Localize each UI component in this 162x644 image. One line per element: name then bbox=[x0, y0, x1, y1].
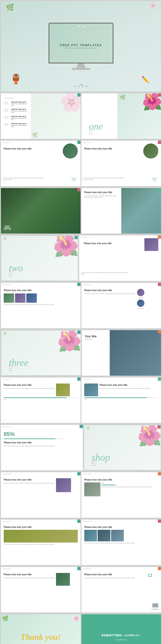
your-title-slide: Your title Over here bbox=[82, 330, 161, 376]
corner-accent-15 bbox=[77, 472, 81, 476]
img-multi-3 bbox=[111, 530, 124, 542]
teal-rect-deco bbox=[148, 574, 152, 577]
agenda-num-3: 03 bbox=[4, 116, 9, 120]
triangle-deco-2 bbox=[151, 178, 158, 183]
agenda-title-4: Add the title here bbox=[11, 122, 27, 125]
please-yellow-1: SECTION 03 Please lose into your title L… bbox=[1, 378, 81, 423]
please-photo-slide-1: Please lose into your title Lorem ipsum … bbox=[81, 188, 161, 234]
img-block-3 bbox=[26, 294, 37, 303]
arrow-deco-3: → bbox=[82, 276, 84, 278]
progress-fill-3 bbox=[4, 438, 56, 439]
please-text-9: Lorem ipsum dolor sit amet, consectetur … bbox=[4, 482, 55, 484]
watermark: 华 鸟 图 库 bbox=[74, 85, 89, 88]
progress-fill-1 bbox=[4, 397, 67, 398]
percent-big: 85% bbox=[4, 431, 80, 438]
progress-bar-2 bbox=[84, 397, 158, 398]
one-slide: 🌺 🌿 one Enter the title bbox=[81, 93, 161, 139]
please-text-7: Lorem ipsum dolor sit amet, consectetur … bbox=[99, 388, 151, 389]
footer-ad-panel[interactable]: 更多精品PPT资源在→suca999.com！ suca999.com bbox=[81, 614, 161, 644]
circle-img-2 bbox=[137, 300, 144, 307]
please-text-1: Lorem ipsum dolor sit amet, consectetur … bbox=[3, 177, 47, 180]
corner-accent bbox=[77, 93, 81, 96]
arrow-deco-2: → bbox=[84, 181, 86, 184]
corner-accent-5 bbox=[75, 236, 78, 239]
agenda-title-2: Add the title here bbox=[11, 108, 27, 110]
corner-accent-8 bbox=[158, 283, 161, 286]
photo-triangle-1 bbox=[4, 226, 10, 230]
corner-accent-6 bbox=[158, 236, 161, 239]
corner-accent-10 bbox=[158, 330, 161, 334]
agenda-list: CONTENTS 01 Add the title here Click her… bbox=[1, 93, 31, 139]
monitor-container: LOGO FREE PPT TEMPLATES This is sample c… bbox=[49, 23, 113, 70]
agenda-title-1: Add the title here bbox=[11, 101, 27, 103]
floral-tl: 🌿 bbox=[2, 616, 8, 622]
blue-photo-2 bbox=[84, 384, 98, 396]
corner-accent-13 bbox=[80, 425, 83, 428]
progress-fill-4 bbox=[101, 484, 115, 486]
please-text-13: Lorem ipsum dolor sit amet, consectetur … bbox=[4, 577, 55, 579]
flower-decoration-top-right: 🌸 bbox=[149, 2, 157, 9]
arrow-deco-5: → bbox=[4, 418, 6, 421]
please-text-11: Lorem ipsum dolor sit amet, consectetur … bbox=[4, 544, 78, 545]
corner-accent-7 bbox=[77, 283, 81, 286]
agenda-item-1: 01 Add the title here Click here to add … bbox=[4, 101, 27, 106]
thankyou-text: Thank you! bbox=[20, 632, 61, 642]
yellow-photo bbox=[56, 384, 70, 396]
please-title-4: Please lose into your title bbox=[4, 289, 78, 292]
blue-flowers-bg bbox=[110, 330, 161, 376]
please-text-6: Lorem ipsum dolor sit amet, consectetur … bbox=[4, 388, 55, 389]
agenda-sub-1: Click here to add little text here bbox=[11, 103, 27, 106]
percent-label-3: 85% bbox=[101, 482, 152, 484]
progress-bar-1 bbox=[4, 397, 78, 398]
circle-img-1 bbox=[137, 289, 144, 296]
please-multi-3: SECTION 04 Please lose into your title L… bbox=[81, 520, 161, 565]
circle-photo-1 bbox=[63, 144, 78, 158]
flower-decoration-top-left: 🌿 bbox=[5, 3, 14, 12]
corner-accent-4 bbox=[158, 188, 161, 191]
please-slide-2: SECTION 01 Please lose into your title L… bbox=[81, 141, 161, 186]
footer-ad-sub: suca999.com bbox=[116, 639, 127, 641]
hero-slide: 🌿 🌸 🏺 ✏️ LOGO FREE PPT TEMPLATES This is… bbox=[1, 1, 161, 92]
arrow-deco-7: → bbox=[4, 466, 6, 468]
please-text-12: Lorem ipsum dolor sit amet, consectetur … bbox=[84, 542, 158, 544]
pencils-decoration: ✏️ bbox=[141, 76, 150, 83]
corner-accent-17 bbox=[77, 520, 81, 523]
please-title-8: Please lose into your title bbox=[4, 441, 80, 444]
please-slide-3: SECTION 02 Please lose into your title L… bbox=[79, 236, 161, 281]
slide-enter-three: Enter the title bbox=[9, 366, 14, 372]
agenda-slide: CONTENTS 01 Add the title here Click her… bbox=[1, 93, 81, 139]
corner-accent-11 bbox=[77, 378, 81, 381]
please-percent-white: SECTION 04 Please lose into your title 8… bbox=[81, 472, 161, 518]
please-laptop: SECTION 05 Please lose into your title L… bbox=[81, 567, 161, 612]
corner-accent-19 bbox=[77, 567, 81, 570]
floral-right-one: 🌺 🌿 bbox=[117, 93, 161, 139]
logo-badge: LOGO bbox=[77, 25, 84, 28]
floral-right-panel: 🌸 🌿 bbox=[31, 93, 81, 139]
please-text-3: Lorem ipsum dolor sit amet, consectetur … bbox=[81, 272, 130, 275]
img-multi-2 bbox=[98, 530, 110, 542]
please-purple-flowers: SECTION 04 Please lose into your title L… bbox=[1, 472, 81, 518]
corner-accent-20 bbox=[158, 567, 161, 570]
please-photo-slide-2: SECTION 03 Please lose into your title L… bbox=[81, 378, 161, 423]
three-slide: 🌺 🌿 three Enter the title bbox=[1, 330, 81, 376]
slide-enter-one: Enter the title bbox=[89, 129, 94, 135]
please-title-6: Please lose into your title bbox=[4, 384, 55, 387]
corner-accent-2 bbox=[158, 141, 161, 144]
agenda-sub-4: Click here to add little text here bbox=[11, 125, 27, 128]
img-block-2 bbox=[15, 294, 25, 303]
thankyou-slide: 🌿 🌸 🌺 🍃 Thank you! bbox=[1, 614, 81, 644]
shop-slide: 🌺 🌿 shop Enter the title bbox=[84, 425, 161, 470]
please-text-2: Lorem ipsum dolor sit amet, consectetur … bbox=[83, 177, 127, 180]
agenda-item-4: 04 Add the title here Click here to add … bbox=[4, 122, 27, 128]
corner-accent-12 bbox=[158, 378, 161, 381]
logo-bar: LOGO bbox=[49, 25, 113, 28]
img-block-1 bbox=[4, 294, 14, 303]
percent-label-2: 85% bbox=[84, 399, 158, 400]
please-text-photo-1: Lorem ipsum dolor sit amet, consectetur … bbox=[84, 195, 118, 198]
hero-title: FREE PPT TEMPLATES bbox=[60, 44, 102, 47]
please-title-11: Please lose into your title bbox=[4, 526, 78, 529]
please-title-12: Please lose into your title bbox=[84, 526, 158, 529]
arrow-deco-10: → bbox=[4, 561, 6, 563]
please-title-14: Please lose into your title bbox=[84, 573, 158, 576]
laptop-icon: 💻 bbox=[151, 601, 160, 610]
